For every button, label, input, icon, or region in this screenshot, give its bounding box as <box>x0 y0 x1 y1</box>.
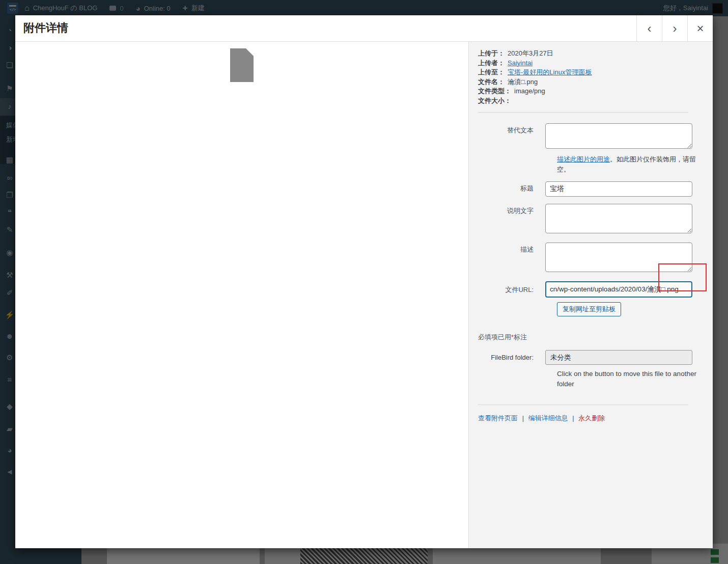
filebird-folder-label: FileBird folder: <box>478 350 545 361</box>
view-attachment-page-link[interactable]: 查看附件页面 <box>478 414 518 422</box>
meta-file-type: 文件类型：image/png <box>478 87 704 96</box>
description-input[interactable] <box>545 243 692 272</box>
caption-label: 说明文字 <box>478 204 545 216</box>
modal-title: 附件详情 <box>15 15 636 41</box>
close-icon[interactable]: × <box>687 15 713 42</box>
copy-url-button[interactable]: 复制网址至剪贴板 <box>557 302 621 316</box>
alt-help-link[interactable]: 描述此图片的用途 <box>557 155 610 163</box>
uploaded-to-post-link[interactable]: 宝塔-最好用的Linux管理面板 <box>508 68 592 76</box>
filebird-folder-field[interactable] <box>545 350 692 365</box>
attachment-details-modal: 附件详情 ‹ › × 上传于：2020年3月27日 上传者：Saiyintai … <box>15 15 713 548</box>
meta-file-name: 文件名：瀹濆□.png <box>478 77 704 87</box>
divider <box>478 405 688 405</box>
file-url-label: 文件URL: <box>478 281 545 294</box>
required-fields-note: 必填项已用*标注 <box>478 333 704 342</box>
filebird-help-text: Click on the button to move this file to… <box>557 369 706 389</box>
edit-details-link[interactable]: 编辑详细信息 <box>528 414 568 422</box>
description-label: 描述 <box>478 243 545 254</box>
meta-uploaded-to: 上传至：宝塔-最好用的Linux管理面板 <box>478 68 704 77</box>
attachment-actions: 查看附件页面 | 编辑详细信息 | 永久删除 <box>478 414 704 423</box>
divider <box>478 112 688 113</box>
delete-permanently-link[interactable]: 永久删除 <box>578 414 605 422</box>
document-file-icon <box>230 48 254 82</box>
attachment-preview-pane <box>15 42 468 548</box>
meta-file-size: 文件大小： <box>478 96 704 106</box>
next-attachment-button[interactable]: › <box>662 15 687 42</box>
previous-attachment-button[interactable]: ‹ <box>636 15 662 42</box>
title-input[interactable] <box>545 181 692 197</box>
uploader-link[interactable]: Saiyintai <box>508 59 533 67</box>
meta-uploaded-by: 上传者：Saiyintai <box>478 59 704 68</box>
alt-text-label: 替代文本 <box>478 123 545 135</box>
meta-uploaded-on: 上传于：2020年3月27日 <box>478 49 704 59</box>
modal-header: 附件详情 ‹ › × <box>15 15 713 42</box>
attachment-info-sidebar: 上传于：2020年3月27日 上传者：Saiyintai 上传至：宝塔-最好用的… <box>468 42 713 548</box>
caption-input[interactable] <box>545 204 692 233</box>
alt-text-input[interactable] <box>545 123 692 149</box>
alt-text-help: 描述此图片的用途。如此图片仅作装饰用，请留空。 <box>557 154 706 175</box>
file-url-input[interactable] <box>545 281 692 298</box>
title-label: 标题 <box>478 181 545 193</box>
